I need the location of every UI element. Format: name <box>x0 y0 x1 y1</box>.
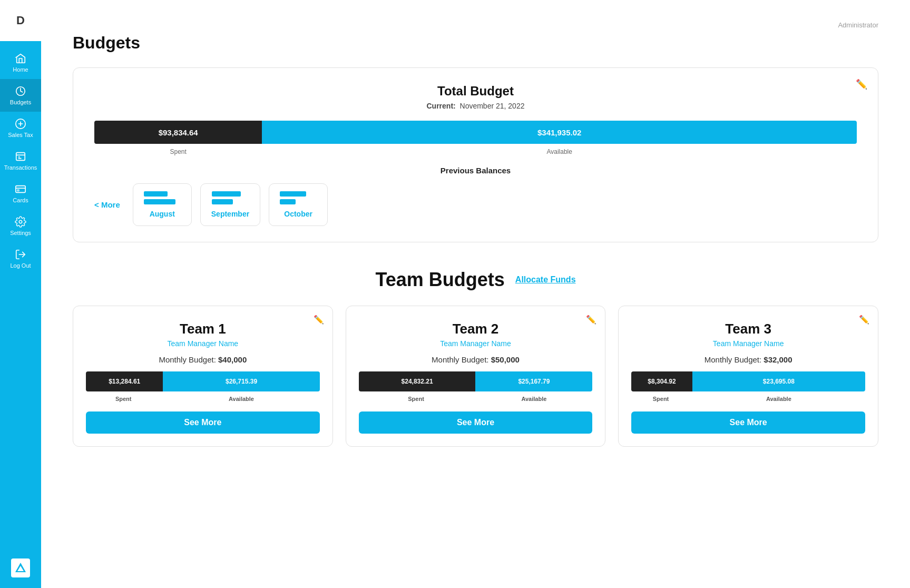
august-label: August <box>150 210 175 218</box>
team2-available-label: Available <box>475 396 592 402</box>
team2-available-bar: $25,167.79 <box>475 371 592 391</box>
current-date: November 21, 2022 <box>460 102 525 110</box>
team2-spent-label: Spent <box>359 396 476 402</box>
team3-available-bar: $23,695.08 <box>692 371 865 391</box>
more-button[interactable]: < More <box>94 200 120 209</box>
team1-edit-button[interactable]: ✏️ <box>314 315 324 325</box>
sidebar-item-home[interactable]: Home <box>0 46 41 79</box>
cards-icon <box>15 183 26 195</box>
page-title: Budgets <box>73 33 878 53</box>
total-spent-label: Spent <box>94 148 262 155</box>
team1-budget-bar: $13,284.61 $26,715.39 <box>86 371 320 391</box>
sidebar: D Home Budgets Sales Tax Transactions Ca… <box>0 0 41 588</box>
sidebar-home-label: Home <box>13 66 28 73</box>
sidebar-item-settings[interactable]: Settings <box>0 210 41 242</box>
team3-available-amount: $23,695.08 <box>763 378 795 385</box>
sidebar-item-cards[interactable]: Cards <box>0 177 41 210</box>
brand-logo <box>11 558 30 577</box>
brand-icon <box>14 562 27 574</box>
total-budget-edit-button[interactable]: ✏️ <box>856 79 867 90</box>
september-label: September <box>211 210 249 218</box>
team1-bar-labels: Spent Available <box>86 396 320 402</box>
budgets-icon <box>15 85 26 97</box>
team3-edit-button[interactable]: ✏️ <box>859 315 869 325</box>
team3-bar-labels: Spent Available <box>631 396 865 402</box>
team-budgets-header: Team Budgets Allocate Funds <box>73 269 878 291</box>
team2-available-amount: $25,167.79 <box>518 378 550 385</box>
previous-balances-title: Previous Balances <box>94 166 857 175</box>
team1-spent-amount: $13,284.61 <box>109 378 140 385</box>
admin-label: Administrator <box>838 21 878 29</box>
team3-budget-label: Monthly Budget: <box>704 355 761 364</box>
team3-budget: Monthly Budget: $32,000 <box>704 355 792 364</box>
team2-spent-bar: $24,832.21 <box>359 371 476 391</box>
team2-edit-button[interactable]: ✏️ <box>586 315 596 325</box>
total-budget-date: Current: November 21, 2022 <box>94 102 857 110</box>
team2-see-more-button[interactable]: See More <box>359 411 593 434</box>
total-available-bar: $341,935.02 <box>262 121 857 144</box>
team1-name: Team 1 <box>180 321 226 337</box>
october-label: October <box>284 210 312 218</box>
team2-bar-labels: Spent Available <box>359 396 593 402</box>
team2-budget: Monthly Budget: $50,000 <box>432 355 520 364</box>
team2-spent-amount: $24,832.21 <box>402 378 433 385</box>
august-bar-1 <box>144 191 168 197</box>
team-card-3: ✏️ Team 3 Team Manager Name Monthly Budg… <box>618 306 878 447</box>
svg-rect-1 <box>16 153 25 161</box>
team1-spent-label: Spent <box>86 396 163 402</box>
allocate-funds-button[interactable]: Allocate Funds <box>515 275 576 285</box>
sidebar-transactions-label: Transactions <box>4 164 37 171</box>
october-bar-1 <box>280 191 306 197</box>
transactions-icon <box>15 151 26 162</box>
team3-spent-bar: $8,304.92 <box>631 371 692 391</box>
total-budget-card: ✏️ Total Budget Current: November 21, 20… <box>73 67 878 242</box>
team1-budget-label: Monthly Budget: <box>159 355 216 364</box>
team1-budget-amount: $40,000 <box>218 355 247 364</box>
sidebar-item-sales-tax[interactable]: Sales Tax <box>0 112 41 144</box>
svg-rect-3 <box>17 190 19 191</box>
team2-budget-bar: $24,832.21 $25,167.79 <box>359 371 593 391</box>
team3-see-more-button[interactable]: See More <box>631 411 865 434</box>
team1-available-amount: $26,715.39 <box>226 378 257 385</box>
team1-budget: Monthly Budget: $40,000 <box>159 355 247 364</box>
team1-manager: Team Manager Name <box>168 339 239 348</box>
logout-icon <box>15 249 26 260</box>
team1-see-more-button[interactable]: See More <box>86 411 320 434</box>
team3-name: Team 3 <box>725 321 771 337</box>
team3-spent-label: Spent <box>631 396 692 402</box>
sidebar-item-transactions[interactable]: Transactions <box>0 144 41 177</box>
month-card-august[interactable]: August <box>133 183 192 226</box>
total-spent-amount: $93,834.64 <box>159 128 198 137</box>
month-card-september[interactable]: September <box>200 183 260 226</box>
total-budget-bar: $93,834.64 $341,935.02 <box>94 121 857 144</box>
sidebar-item-budgets[interactable]: Budgets <box>0 79 41 112</box>
sales-tax-icon <box>15 118 26 130</box>
august-bars <box>144 191 181 204</box>
previous-balances-row: < More August September <box>94 183 857 226</box>
svg-rect-2 <box>16 186 25 193</box>
team-cards-grid: ✏️ Team 1 Team Manager Name Monthly Budg… <box>73 306 878 447</box>
sidebar-item-logout[interactable]: Log Out <box>0 242 41 275</box>
team3-spent-amount: $8,304.92 <box>648 378 676 385</box>
settings-icon <box>15 216 26 228</box>
top-bar: Administrator <box>73 21 878 29</box>
month-card-october[interactable]: October <box>269 183 328 226</box>
sidebar-settings-label: Settings <box>10 230 31 236</box>
sidebar-bottom <box>11 558 30 588</box>
team-card-2: ✏️ Team 2 Team Manager Name Monthly Budg… <box>346 306 606 447</box>
sidebar-logout-label: Log Out <box>10 262 31 269</box>
sidebar-budgets-label: Budgets <box>10 99 31 105</box>
team1-spent-bar: $13,284.61 <box>86 371 163 391</box>
team1-available-label: Available <box>163 396 319 402</box>
total-spent-bar: $93,834.64 <box>94 121 262 144</box>
total-budget-title: Total Budget <box>94 84 857 99</box>
team3-budget-amount: $32,000 <box>764 355 792 364</box>
total-budget-bar-labels: Spent Available <box>94 148 857 155</box>
team3-available-label: Available <box>692 396 865 402</box>
september-bar-1 <box>212 191 241 197</box>
app-logo[interactable]: D <box>0 0 41 41</box>
sidebar-nav: Home Budgets Sales Tax Transactions Card… <box>0 41 41 558</box>
team2-budget-amount: $50,000 <box>491 355 520 364</box>
team-budgets-title: Team Budgets <box>375 269 504 291</box>
team3-manager: Team Manager Name <box>713 339 784 348</box>
